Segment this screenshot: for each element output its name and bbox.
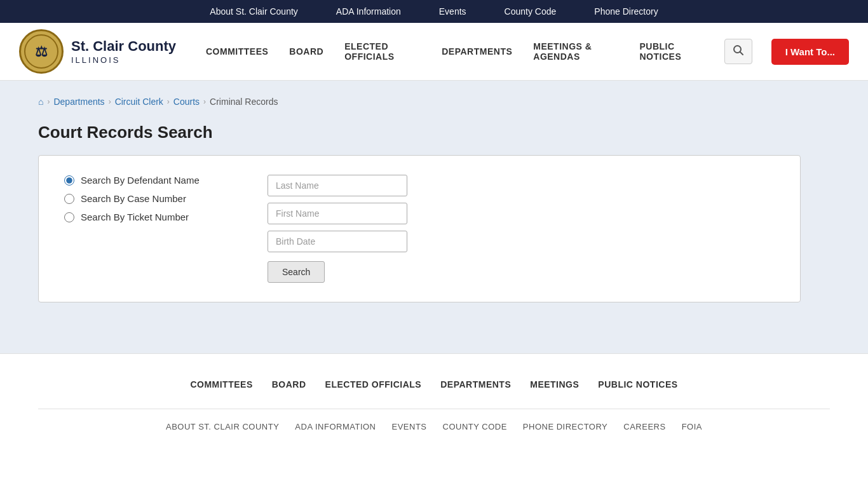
footer-bottom-events[interactable]: EVENTS (392, 422, 427, 431)
last-name-input[interactable] (268, 175, 407, 196)
footer-nav-elected-officials[interactable]: ELECTED OFFICIALS (325, 379, 422, 390)
top-bar: About St. Clair County ADA Information E… (0, 0, 868, 23)
radio-group: Search By Defendant Name Search By Case … (64, 175, 242, 222)
footer-bottom-ada[interactable]: ADA INFORMATION (295, 422, 376, 431)
breadcrumb: ⌂ › Departments › Circuit Clerk › Courts… (38, 93, 830, 107)
breadcrumb-circuit-clerk[interactable]: Circuit Clerk (115, 97, 163, 107)
topbar-county-code[interactable]: County Code (505, 6, 557, 17)
topbar-about[interactable]: About St. Clair County (210, 6, 298, 17)
footer: COMMITTEES BOARD ELECTED OFFICIALS DEPAR… (0, 353, 868, 444)
county-name: St. Clair County (71, 38, 176, 55)
first-name-input[interactable] (268, 203, 407, 224)
svg-text:⚖: ⚖ (35, 44, 48, 60)
birth-date-input[interactable] (268, 231, 407, 252)
state-name: ILLINOIS (71, 55, 176, 65)
footer-bottom-about[interactable]: ABOUT ST. CLAIR COUNTY (166, 422, 279, 431)
fields-group: Search (268, 175, 407, 283)
radio-ticket-label[interactable]: Search By Ticket Number (64, 212, 242, 222)
breadcrumb-sep-1: › (109, 97, 111, 106)
search-icon-button[interactable] (724, 39, 752, 64)
nav-elected-officials[interactable]: ELECTED OFFICIALS (336, 36, 430, 67)
footer-nav-board[interactable]: BOARD (272, 379, 306, 390)
footer-bottom-phone-directory[interactable]: PHONE DIRECTORY (523, 422, 607, 431)
radio-ticket-text: Search By Ticket Number (81, 212, 189, 222)
nav-public-notices[interactable]: PUBLIC NOTICES (631, 36, 712, 67)
content-area: ⌂ › Departments › Circuit Clerk › Courts… (0, 81, 868, 353)
footer-nav: COMMITTEES BOARD ELECTED OFFICIALS DEPAR… (38, 379, 830, 390)
breadcrumb-sep-3: › (203, 97, 206, 106)
search-form-container: Search By Defendant Name Search By Case … (38, 155, 801, 302)
radio-defendant-label[interactable]: Search By Defendant Name (64, 175, 242, 186)
breadcrumb-current: Criminal Records (210, 97, 278, 107)
breadcrumb-departments[interactable]: Departments (53, 97, 104, 107)
breadcrumb-sep-0: › (47, 97, 50, 106)
footer-bottom-foia[interactable]: FOIA (682, 422, 702, 431)
page-title: Court Records Search (38, 123, 830, 142)
form-layout: Search By Defendant Name Search By Case … (64, 175, 775, 283)
radio-defendant-text: Search By Defendant Name (81, 175, 200, 186)
footer-nav-committees[interactable]: COMMITTEES (190, 379, 252, 390)
topbar-phone-directory[interactable]: Phone Directory (594, 6, 658, 17)
svg-line-3 (740, 52, 743, 55)
radio-case[interactable] (64, 194, 74, 204)
breadcrumb-courts[interactable]: Courts (173, 97, 200, 107)
radio-defendant[interactable] (64, 175, 74, 186)
nav-committees[interactable]: COMMITTEES (197, 41, 277, 62)
footer-nav-departments[interactable]: DEPARTMENTS (440, 379, 511, 390)
footer-nav-public-notices[interactable]: PUBLIC NOTICES (598, 379, 677, 390)
main-nav: COMMITTEES BOARD ELECTED OFFICIALS DEPAR… (197, 36, 712, 67)
logo-text: St. Clair County ILLINOIS (71, 38, 176, 64)
radio-ticket[interactable] (64, 212, 74, 222)
footer-nav-meetings[interactable]: MEETINGS (530, 379, 579, 390)
footer-bottom-careers[interactable]: CAREERS (623, 422, 665, 431)
nav-board[interactable]: BOARD (280, 41, 332, 62)
home-icon[interactable]: ⌂ (38, 97, 43, 107)
header: ⚖ St. Clair County ILLINOIS COMMITTEES B… (0, 23, 868, 81)
footer-divider (38, 409, 830, 409)
nav-departments[interactable]: DEPARTMENTS (433, 41, 521, 62)
i-want-button[interactable]: I Want To... (771, 39, 849, 65)
topbar-events[interactable]: Events (439, 6, 466, 17)
logo-icon: ⚖ (19, 29, 64, 74)
footer-bottom-nav: ABOUT ST. CLAIR COUNTY ADA INFORMATION E… (38, 422, 830, 431)
radio-case-text: Search By Case Number (81, 193, 186, 204)
topbar-ada[interactable]: ADA Information (336, 6, 401, 17)
logo[interactable]: ⚖ St. Clair County ILLINOIS (19, 29, 184, 74)
nav-meetings[interactable]: MEETINGS & AGENDAS (524, 36, 627, 67)
footer-bottom-county-code[interactable]: COUNTY CODE (443, 422, 507, 431)
search-submit-button[interactable]: Search (268, 261, 325, 283)
radio-case-label[interactable]: Search By Case Number (64, 193, 242, 204)
breadcrumb-sep-2: › (167, 97, 170, 106)
